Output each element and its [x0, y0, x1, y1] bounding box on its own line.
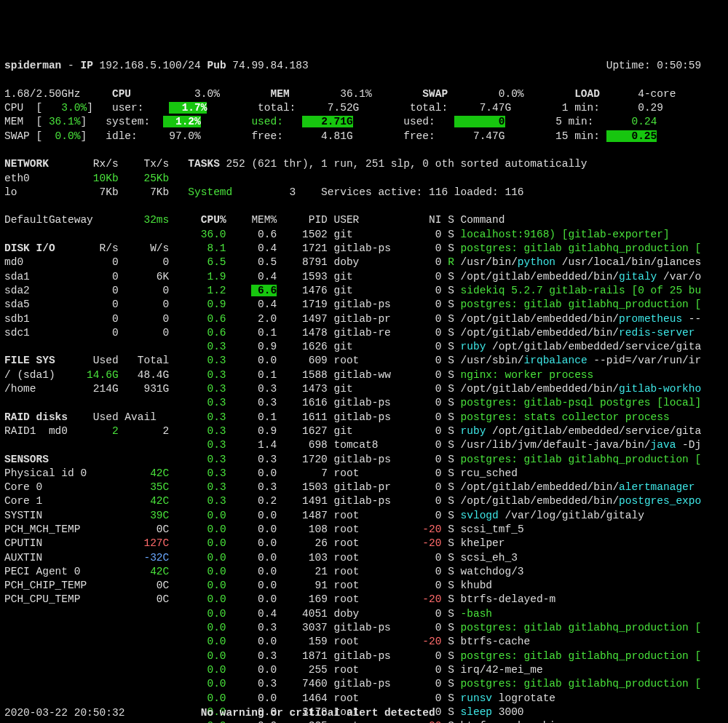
terminal-line: sda1 0 6K 1.9 0.4 1593 git 0 S /opt/gitl… [4, 270, 724, 284]
terminal-line: 0.0 0.3 1871 gitlab-ps 0 S postgres: git… [4, 649, 724, 663]
terminal-line [4, 143, 724, 157]
terminal-line: NETWORK Rx/s Tx/s TASKS 252 (621 thr), 1… [4, 157, 724, 171]
terminal-line: 0.3 0.3 1616 gitlab-ps 0 S postgres: git… [4, 396, 724, 410]
terminal-line: PECI Agent 0 42C 0.0 0.0 21 root 0 S wat… [4, 565, 724, 579]
terminal-line: 0.0 0.3 3037 gitlab-ps 0 S postgres: git… [4, 621, 724, 635]
terminal-line: lo 7Kb 7Kb Systemd 3 Services active: 11… [4, 186, 724, 199]
terminal-line: 0.3 1.4 698 tomcat8 0 S /usr/lib/jvm/def… [4, 438, 724, 452]
terminal-line: RAID disks Used Avail 0.3 0.1 1611 gitla… [4, 411, 724, 424]
terminal-line: 36.0 0.6 1502 git 0 S localhost:9168) [g… [4, 228, 724, 242]
terminal-line: Physical id 0 42C 0.3 0.0 7 root 0 S rcu… [4, 467, 724, 481]
terminal-line: /home 214G 931G 0.3 0.3 1473 git 0 S /op… [4, 382, 724, 396]
terminal-line: AUXTIN -32C 0.0 0.0 103 root 0 S scsi_eh… [4, 551, 724, 565]
terminal-line: 0.0 0.3 7460 gitlab-ps 0 S postgres: git… [4, 677, 724, 691]
terminal-line: CPU [ 3.0%] user: 1.7% total: 7.52G tota… [4, 101, 724, 115]
terminal-line: 0.0 0.0 255 root 0 S irq/42-mei_me [4, 663, 724, 677]
terminal-line: SENSORS 0.3 0.3 1720 gitlab-ps 0 S postg… [4, 453, 724, 467]
terminal-line: PCH_CHIP_TEMP 0C 0.0 0.0 91 root 0 S khu… [4, 579, 724, 593]
terminal-line: / (sda1) 14.6G 48.4G 0.3 0.1 1588 gitlab… [4, 368, 724, 382]
terminal-line: DISK I/O R/s W/s 8.1 0.4 1721 gitlab-ps … [4, 242, 724, 256]
terminal-line: RAID1 md0 2 2 0.3 0.9 1627 git 0 S ruby … [4, 424, 724, 438]
uptime: Uptime: 0:50:59 [606, 60, 702, 71]
terminal-line: spiderman - IP 192.168.5.100/24 Pub 74.9… [4, 59, 724, 73]
terminal-line: 0.0 0.0 159 root -20 S btrfs-cache [4, 635, 724, 649]
terminal-line: SYSTIN 39C 0.0 0.0 1487 root 0 S svlogd … [4, 509, 724, 523]
terminal-line [4, 199, 724, 213]
terminal-line: sdb1 0 0 0.6 2.0 1497 gitlab-pr 0 S /opt… [4, 312, 724, 326]
footer-time: 2020-03-22 20:50:32 [4, 707, 124, 719]
footer-msg: No warning or critical alert detected [201, 707, 435, 719]
terminal-line: FILE SYS Used Total 0.3 0.0 609 root 0 S… [4, 354, 724, 368]
terminal-line: SWAP [ 0.0%] idle: 97.0% free: 4.81G fre… [4, 130, 724, 143]
terminal-line: 1.68/2.50GHz CPU 3.0% MEM 36.1% SWAP 0.0… [4, 87, 724, 101]
terminal-line: Core 1 42C 0.3 0.2 1491 gitlab-ps 0 S /o… [4, 494, 724, 508]
terminal-line: PCH_MCH_TEMP 0C 0.0 0.0 108 root -20 S s… [4, 523, 724, 537]
public-ip: 74.99.84.183 [232, 60, 308, 71]
terminal-line: sda5 0 0 0.9 0.4 1719 gitlab-ps 0 S post… [4, 298, 724, 312]
terminal-line: MEM [ 36.1%] system: 1.2% used: 2.71G us… [4, 115, 724, 129]
hostname: spiderman [4, 60, 61, 71]
terminal-line: md0 0 0 6.5 0.5 8791 doby 0 R /usr/bin/p… [4, 256, 724, 269]
terminal-line: 0.3 0.9 1626 git 0 S ruby /opt/gitlab/em… [4, 340, 724, 354]
terminal-line: PCH_CPU_TEMP 0C 0.0 0.0 169 root -20 S b… [4, 593, 724, 607]
terminal-line: 0.0 0.4 4051 doby 0 S -bash [4, 607, 724, 621]
terminal-line: 0.0 0.0 1464 root 0 S runsv logrotate [4, 692, 724, 706]
terminal-line: sdc1 0 0 0.6 0.1 1478 gitlab-re 0 S /opt… [4, 326, 724, 340]
terminal-line: Core 0 35C 0.3 0.3 1503 gitlab-pr 0 S /o… [4, 481, 724, 494]
terminal-line: CPUTIN 127C 0.0 0.0 26 root -20 S khelpe… [4, 537, 724, 550]
terminal-line [4, 73, 724, 87]
terminal-line: DefaultGateway 32ms CPU% MEM% PID USER N… [4, 213, 724, 227]
terminal-line: eth0 10Kb 25Kb [4, 172, 724, 186]
terminal-line: sda2 0 0 1.2 6.6 1476 git 0 S sidekiq 5.… [4, 284, 724, 298]
lan-ip: 192.168.5.100/24 [100, 60, 201, 71]
